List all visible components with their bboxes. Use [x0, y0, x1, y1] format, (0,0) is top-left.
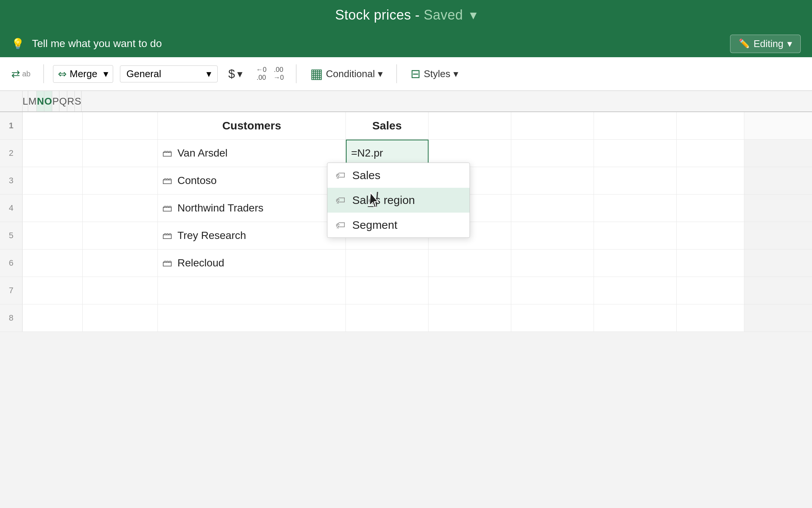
cell-S1[interactable]: [677, 112, 744, 139]
dollar-button[interactable]: $ ▾: [224, 65, 246, 83]
cell-L8[interactable]: [23, 304, 83, 332]
cell-P1[interactable]: [429, 112, 511, 139]
tag-icon-3: 🏷: [336, 219, 345, 231]
cell-Q8[interactable]: [511, 304, 594, 332]
autocomplete-item-segment[interactable]: 🏷 Segment: [327, 213, 470, 237]
autocomplete-label-sales-region: Sales region: [352, 194, 415, 207]
col-header-Q[interactable]: Q: [59, 91, 67, 111]
cell-R1[interactable]: [594, 112, 677, 139]
cell-N2[interactable]: 🗃 Van Arsdel: [158, 140, 346, 167]
cell-O7[interactable]: [346, 277, 429, 304]
briefcase-icon-2: 🗃: [162, 175, 172, 187]
row-num-2: 2: [0, 140, 23, 167]
cell-M4[interactable]: [83, 195, 158, 222]
cell-M3[interactable]: [83, 167, 158, 194]
col-header-N[interactable]: N: [37, 91, 44, 111]
pencil-icon: ✏️: [739, 38, 750, 49]
col-header-R[interactable]: R: [67, 91, 75, 111]
editing-chevron-icon: ▾: [787, 38, 792, 50]
cell-Q1[interactable]: [511, 112, 594, 139]
cell-S4[interactable]: [677, 195, 744, 222]
cell-S5[interactable]: [677, 222, 744, 249]
cell-R5[interactable]: [594, 222, 677, 249]
cell-M2[interactable]: [83, 140, 158, 167]
cell-S7[interactable]: [677, 277, 744, 304]
title-text-main: Stock prices: [335, 7, 411, 23]
cell-O6[interactable]: [346, 249, 429, 277]
cell-Q2[interactable]: [511, 140, 594, 167]
cell-P8[interactable]: [429, 304, 511, 332]
cell-N4[interactable]: 🗃 Northwind Traders: [158, 195, 346, 222]
cell-O8[interactable]: [346, 304, 429, 332]
merge-chevron-icon: ▾: [103, 68, 108, 80]
autocomplete-item-sales[interactable]: 🏷 Sales: [327, 163, 470, 188]
cell-O1[interactable]: Sales: [346, 112, 429, 139]
divider-1: [43, 64, 44, 83]
customer-name-4: Trey Research: [177, 230, 246, 242]
cell-N1[interactable]: Customers: [158, 112, 346, 139]
cell-N6[interactable]: 🗃 Relecloud: [158, 249, 346, 277]
sales-header: Sales: [372, 119, 401, 132]
tag-icon-2: 🏷: [336, 195, 345, 206]
divider-2: [296, 64, 297, 83]
cell-M8[interactable]: [83, 304, 158, 332]
cell-S2[interactable]: [677, 140, 744, 167]
cell-Q4[interactable]: [511, 195, 594, 222]
cell-L7[interactable]: [23, 277, 83, 304]
dollar-chevron-icon: ▾: [237, 68, 242, 80]
cell-L1[interactable]: [23, 112, 83, 139]
cell-R2[interactable]: [594, 140, 677, 167]
col-header-S[interactable]: S: [75, 91, 82, 111]
cell-S3[interactable]: [677, 167, 744, 194]
cell-Q7[interactable]: [511, 277, 594, 304]
cell-Q3[interactable]: [511, 167, 594, 194]
cell-M5[interactable]: [83, 222, 158, 249]
cell-P6[interactable]: [429, 249, 511, 277]
tell-me-text[interactable]: Tell me what you want to do: [32, 38, 723, 50]
cell-Q5[interactable]: [511, 222, 594, 249]
col-header-P[interactable]: P: [52, 91, 59, 111]
autocomplete-dropdown[interactable]: 🏷 Sales 🏷 Sales region 🏷 Segment: [327, 163, 470, 238]
col-header-L[interactable]: L: [23, 91, 28, 111]
cell-L6[interactable]: [23, 249, 83, 277]
format-label: General: [126, 68, 161, 80]
cell-R3[interactable]: [594, 167, 677, 194]
cell-N3[interactable]: 🗃 Contoso: [158, 167, 346, 194]
decrease-decimal-button[interactable]: ←0 .00: [253, 64, 270, 83]
autocomplete-label-segment: Segment: [352, 219, 397, 231]
styles-icon: ⊟: [411, 67, 421, 81]
briefcase-icon-3: 🗃: [162, 202, 172, 214]
cell-M6[interactable]: [83, 249, 158, 277]
cell-N8[interactable]: [158, 304, 346, 332]
cell-M1[interactable]: [83, 112, 158, 139]
cell-L2[interactable]: [23, 140, 83, 167]
format-dropdown[interactable]: General ▾: [120, 65, 218, 82]
briefcase-icon-4: 🗃: [162, 230, 172, 242]
cell-S6[interactable]: [677, 249, 744, 277]
cell-M7[interactable]: [83, 277, 158, 304]
cell-L5[interactable]: [23, 222, 83, 249]
cell-Q6[interactable]: [511, 249, 594, 277]
cell-P7[interactable]: [429, 277, 511, 304]
row-num-7: 7: [0, 277, 23, 304]
col-header-M[interactable]: M: [28, 91, 37, 111]
editing-button[interactable]: ✏️ Editing ▾: [730, 35, 801, 53]
title-chevron-icon[interactable]: ▾: [470, 7, 477, 23]
cell-L4[interactable]: [23, 195, 83, 222]
tell-me-bar: 💡 Tell me what you want to do ✏️ Editing…: [0, 30, 812, 57]
cell-R6[interactable]: [594, 249, 677, 277]
wrap-button[interactable]: ⇄ ab: [8, 65, 34, 82]
merge-dropdown[interactable]: ⇔ Merge ▾: [53, 65, 113, 83]
cell-R8[interactable]: [594, 304, 677, 332]
styles-button[interactable]: ⊟ Styles ▾: [406, 64, 463, 83]
cell-S8[interactable]: [677, 304, 744, 332]
cell-N5[interactable]: 🗃 Trey Research: [158, 222, 346, 249]
conditional-button[interactable]: ▦ Conditional ▾: [306, 64, 387, 84]
cell-R7[interactable]: [594, 277, 677, 304]
cell-L3[interactable]: [23, 167, 83, 194]
cell-R4[interactable]: [594, 195, 677, 222]
col-header-O[interactable]: O: [44, 91, 52, 111]
autocomplete-item-sales-region[interactable]: 🏷 Sales region: [327, 188, 470, 213]
cell-N7[interactable]: [158, 277, 346, 304]
increase-decimal-button[interactable]: .00 →0: [270, 64, 287, 83]
